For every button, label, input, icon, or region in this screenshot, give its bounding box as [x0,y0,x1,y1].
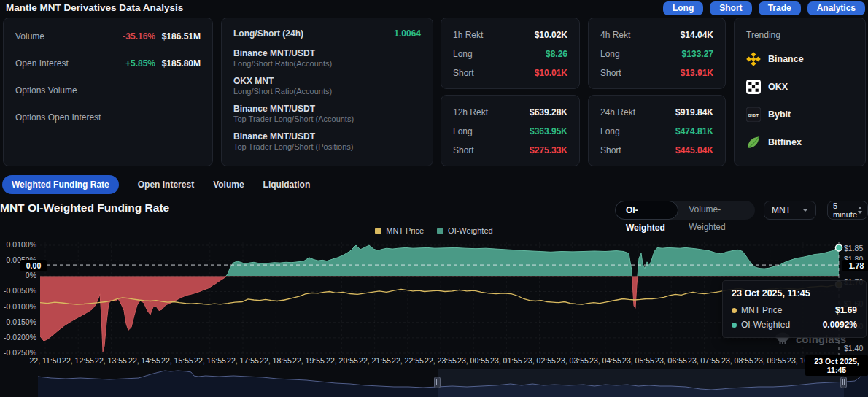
symbol-select[interactable]: MNT [764,201,816,220]
rekt-title: 12h Rekt [453,107,530,117]
stat-change: -35.16% [104,31,155,42]
rekt-total: $10.02K [535,30,567,40]
stat-row-options-volume: Options Volume [15,85,201,95]
rekt-panel-12h: 12h Rekt$639.28K Long$363.95K Short$275.… [441,95,580,166]
bitfinex-icon [746,135,761,150]
stats-panel: Volume -35.16% $186.51M Open Interest +5… [3,18,213,166]
tab-volume[interactable]: Volume [213,180,244,190]
tooltip-row-price: MNT Price $1.69 [732,305,857,315]
tab-weighted-funding-rate[interactable]: Weighted Funding Rate [2,175,119,194]
toggle-volume-weighted[interactable]: Volume-Weighted [678,201,755,220]
axis-label: $1.40 [844,344,868,353]
trending-panel: Trending Binance O [734,18,866,166]
trending-title: Trending [746,30,853,39]
rekt-total: $14.04K [681,30,713,40]
axis-label: -0.0150% [0,317,36,327]
tab-open-interest[interactable]: Open Interest [138,180,194,190]
okx-icon [746,80,761,94]
stat-label: Open Interest [15,58,104,69]
price-dot-icon [732,308,737,313]
short-button[interactable]: Short [710,1,751,15]
rekt-long: $8.26 [546,49,567,59]
rekt-title: 4h Rekt [600,30,681,40]
stat-row-open-interest: Open Interest +5.85% $185.80M [15,58,201,68]
chart-tooltip: 23 Oct 2025, 11:45 MNT Price $1.69 OI-We… [722,280,867,338]
stat-label: Options Open Interest [15,112,201,123]
header-actions: Long Short Trade Analytics [663,1,865,15]
navigator-handle-right[interactable] [840,377,847,388]
ratio-link-binance-accounts[interactable]: Binance MNT/USDT Long/Short Ratio(Accoun… [233,48,421,69]
ratio-link-binance-top-positions[interactable]: Binance MNT/USDT Top Trader Long/Short (… [233,131,421,152]
page-title: Mantle MNT Derivatives Data Analysis [6,2,183,13]
tab-liquidation[interactable]: Liquidation [263,180,311,190]
rekt-panel-4h: 4h Rekt$14.04K Long$133.27 Short$13.91K [588,18,726,89]
stat-value: $186.51M [155,31,201,42]
rekt-title: 1h Rekt [453,30,535,40]
axis-label: $1.85 [844,244,868,253]
long-short-panel: Long/Short (24h) 1.0064 Binance MNT/USDT… [221,18,433,166]
symbol-select-value: MNT [772,205,791,215]
long-short-value: 1.0064 [394,28,421,39]
stat-label: Volume [15,31,104,42]
rekt-short: $445.04K [675,145,713,155]
rekt-total: $919.84K [675,107,713,117]
crosshair-x-badge: 23 Oct 2025, 11:45 [805,355,868,376]
rekt-long: $133.27 [682,49,713,59]
interval-select[interactable]: 5 minute [827,201,868,220]
axis-label: 0% [0,271,36,280]
trending-item-bybit[interactable]: BYBIT Bybit [746,107,853,123]
trending-item-bitfinex[interactable]: Bitfinex [746,134,853,150]
spinner-icon [858,207,862,214]
binance-icon [746,52,761,66]
rekt-long: $363.95K [530,126,567,136]
rekt-total: $639.28K [530,107,567,117]
axis-label: 0.0100% [0,240,36,250]
crosshair-left-badge: 0.00 [20,260,47,271]
navigator-handle-left[interactable] [434,377,441,388]
axis-label: -0.0100% [0,302,36,312]
stat-value: $185.80M [155,58,201,69]
stat-row-options-open-interest: Options Open Interest [15,112,201,122]
trending-item-binance[interactable]: Binance [746,51,853,67]
tooltip-row-funding: OI-Weighted 0.0092% [732,320,857,330]
chevron-down-icon [802,209,808,212]
rekt-panel-24h: 24h Rekt$919.84K Long$474.81K Short$445.… [588,95,726,166]
analytics-button[interactable]: Analytics [807,1,865,15]
bybit-icon: BYBIT [746,107,761,122]
rekt-long: $474.81K [675,126,713,136]
derivatives-dashboard: Mantle MNT Derivatives Data Analysis Lon… [0,0,868,397]
long-short-24h: Long/Short (24h) 1.0064 [233,28,421,39]
interval-select-value: 5 minute [833,201,858,219]
stat-label: Options Volume [15,85,201,96]
rekt-panel-1h: 1h Rekt$10.02K Long$8.26 Short$10.01K [441,18,580,89]
funding-dot-icon [732,323,737,328]
long-short-label: Long/Short (24h) [233,28,394,39]
ratio-link-binance-top-accounts[interactable]: Binance MNT/USDT Top Trader Long/Short (… [233,104,421,124]
axis-label: -0.0200% [0,333,36,342]
rekt-short: $275.33K [530,145,567,155]
long-button[interactable]: Long [663,1,703,15]
rekt-title: 24h Rekt [600,107,675,117]
toggle-oi-weighted[interactable]: OI-Weighted [615,201,678,220]
tooltip-date: 23 Oct 2025, 11:45 [732,288,857,298]
weighting-toggle: OI-Weighted Volume-Weighted [615,201,755,220]
stat-row-volume: Volume -35.16% $186.51M [15,31,201,41]
rekt-short: $13.91K [681,68,713,78]
ratio-link-okx-accounts[interactable]: OKX MNT Long/Short Ratio(Accounts) [233,76,421,96]
svg-text:BYBIT: BYBIT [748,114,759,117]
trade-button[interactable]: Trade [759,1,801,15]
stat-change: +5.85% [104,58,155,69]
crosshair-right-badge: 1.78 [842,260,868,271]
trending-item-okx[interactable]: OKX [746,79,853,95]
chart-tabs: Weighted Funding Rate Open Interest Volu… [2,175,310,194]
chart-title: MNT OI-Weighted Funding Rate [0,201,169,215]
axis-label: -0.0050% [0,286,36,296]
rekt-short: $10.01K [535,68,567,78]
